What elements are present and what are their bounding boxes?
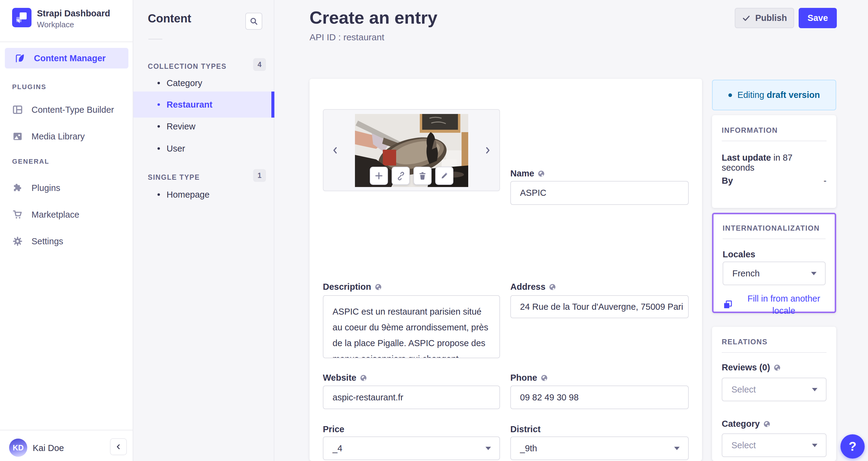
website-input[interactable]: aspic-restaurant.fr	[323, 385, 500, 409]
divider	[148, 39, 162, 39]
district-select[interactable]: _9th	[510, 436, 689, 460]
last-update-row: Last update in 87 seconds	[722, 153, 827, 173]
sidebar-item-label: Plugins	[31, 183, 60, 193]
duplicate-icon	[723, 299, 733, 310]
globe-icon	[541, 375, 548, 381]
relations-header: RELATIONS	[722, 338, 768, 346]
check-icon	[742, 14, 750, 23]
subnav-item-user[interactable]: User	[133, 140, 274, 157]
chevron-left-icon	[331, 145, 340, 156]
district-label: District	[510, 424, 540, 434]
sidebar-item-content-manager[interactable]: Content Manager	[5, 48, 128, 68]
sidebar-item-content-type-builder[interactable]: Content-Type Builder	[12, 101, 114, 118]
chevron-down-icon	[674, 447, 680, 450]
sidebar-item-media-library[interactable]: Media Library	[12, 128, 85, 145]
locales-select[interactable]: French	[723, 262, 826, 285]
phone-input[interactable]: 09 82 49 30 98	[510, 385, 689, 409]
collapse-sidebar-button[interactable]	[110, 438, 127, 455]
single-type-count: 1	[253, 169, 266, 182]
sidebar-item-label: Settings	[31, 236, 63, 247]
fill-from-locale-link[interactable]: Fill in from another locale	[723, 292, 829, 317]
search-button[interactable]	[245, 13, 262, 30]
save-button[interactable]: Save	[799, 8, 837, 28]
website-label: Website	[323, 373, 367, 383]
collection-types-count: 4	[253, 58, 266, 71]
subnav-item-homepage[interactable]: Homepage	[133, 186, 274, 203]
reviews-select[interactable]: Select	[722, 378, 827, 401]
reviews-label: Reviews (0)	[722, 363, 780, 373]
globe-icon	[360, 375, 367, 381]
chevron-down-icon	[811, 272, 816, 275]
globe-icon	[774, 364, 780, 371]
chevron-down-icon	[486, 447, 491, 450]
bullet-icon	[157, 103, 160, 106]
carousel-next-button[interactable]	[483, 145, 492, 156]
relations-card: RELATIONS Reviews (0) Select Category Se…	[712, 327, 836, 461]
phone-label: Phone	[510, 373, 548, 383]
bullet-icon	[157, 147, 160, 150]
cover-actions	[370, 167, 454, 185]
globe-icon	[764, 421, 770, 427]
chevron-down-icon	[812, 444, 817, 447]
edit-asset-button[interactable]	[435, 167, 454, 185]
bullet-icon	[157, 125, 160, 127]
add-asset-button[interactable]	[370, 167, 388, 185]
bullet-icon	[157, 193, 160, 196]
editing-draft-banner: Editing draft version	[712, 80, 836, 110]
subnav-item-review[interactable]: Review	[133, 118, 274, 135]
plus-icon	[374, 171, 383, 180]
subnav-item-restaurant[interactable]: Restaurant	[133, 91, 274, 118]
subnav-item-category[interactable]: Category	[133, 75, 274, 91]
information-card: INFORMATION Last update in 87 seconds By…	[712, 115, 836, 208]
puzzle-icon	[12, 182, 23, 193]
feather-icon	[14, 53, 26, 64]
cart-icon	[12, 209, 23, 220]
help-button[interactable]: ?	[840, 434, 865, 459]
description-textarea[interactable]: ASPIC est un restaurant parisien situé a…	[323, 295, 500, 358]
content-subnav: Content COLLECTION TYPES 4 Category Rest…	[133, 0, 274, 461]
sidebar-item-marketplace[interactable]: Marketplace	[12, 206, 79, 223]
gear-icon	[12, 236, 23, 247]
chevron-right-icon	[483, 145, 492, 156]
sidebar-section-general: GENERAL	[12, 157, 50, 166]
divider	[0, 41, 133, 42]
delete-asset-button[interactable]	[413, 167, 432, 185]
divider	[722, 352, 827, 353]
avatar[interactable]: KD	[9, 438, 27, 457]
name-input[interactable]: ASPIC	[510, 181, 689, 205]
sidebar-section-plugins: PLUGINS	[12, 83, 46, 91]
publish-button[interactable]: Publish	[735, 8, 794, 28]
category-select[interactable]: Select	[722, 433, 827, 457]
price-label: Price	[323, 424, 344, 434]
information-header: INFORMATION	[722, 126, 778, 135]
sidebar-item-plugins[interactable]: Plugins	[12, 179, 60, 196]
divider	[723, 238, 826, 239]
address-input[interactable]: 24 Rue de la Tour d'Auvergne, 75009 Pari	[510, 295, 689, 318]
globe-icon	[538, 170, 545, 177]
internationalization-card: INTERNATIONALIZATION Locales French Fill…	[712, 213, 836, 313]
single-type-header: SINGLE TYPE	[148, 173, 200, 181]
app-title: Strapi Dashboard	[37, 8, 110, 19]
user-name: Kai Doe	[33, 443, 64, 453]
copy-link-button[interactable]	[392, 167, 410, 185]
entry-form-card: Cover (1 / 2)	[310, 79, 702, 461]
api-id-subtitle: API ID : restaurant	[310, 32, 384, 42]
chevron-left-icon	[115, 443, 122, 451]
price-select[interactable]: _4	[323, 436, 500, 460]
carousel-prev-button[interactable]	[331, 145, 340, 156]
strapi-logo	[12, 8, 31, 27]
name-label: Name	[510, 169, 545, 178]
address-label: Address	[510, 282, 556, 292]
selected-indicator	[271, 91, 274, 118]
page-title: Create an entry	[310, 7, 437, 28]
divider	[722, 141, 827, 141]
link-icon	[396, 171, 405, 180]
sidebar-item-settings[interactable]: Settings	[12, 233, 63, 250]
sidebar-item-label: Content Manager	[34, 53, 106, 63]
subnav-title: Content	[148, 12, 191, 25]
description-label: Description	[323, 282, 382, 292]
draft-dot-icon	[728, 93, 732, 97]
sidebar-item-label: Media Library	[31, 132, 85, 142]
picture-icon	[12, 131, 23, 142]
internationalization-header: INTERNATIONALIZATION	[723, 224, 819, 232]
